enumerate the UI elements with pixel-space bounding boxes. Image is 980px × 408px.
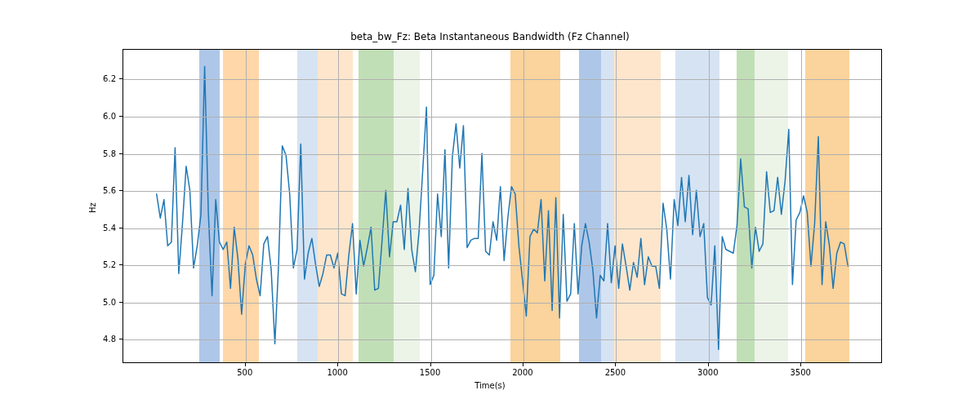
y-tick-label: 4.8 bbox=[98, 335, 116, 344]
x-tick-label: 500 bbox=[237, 368, 252, 377]
x-tick-label: 3000 bbox=[697, 368, 718, 377]
y-tick-label: 5.0 bbox=[98, 297, 116, 306]
x-tick-label: 1500 bbox=[420, 368, 440, 377]
y-tick-mark bbox=[119, 153, 122, 154]
y-tick-mark bbox=[119, 264, 122, 265]
x-tick-mark bbox=[430, 363, 431, 366]
x-tick-mark bbox=[523, 363, 523, 366]
x-tick-label: 3500 bbox=[790, 368, 810, 377]
gridline bbox=[123, 191, 881, 192]
gridline bbox=[431, 50, 432, 362]
plot-area bbox=[122, 49, 882, 363]
y-tick-mark bbox=[119, 339, 122, 339]
x-tick-mark bbox=[337, 363, 338, 366]
x-tick-label: 2000 bbox=[512, 368, 532, 377]
gridline bbox=[123, 228, 881, 229]
gridline bbox=[523, 50, 524, 362]
x-tick-label: 2500 bbox=[605, 368, 626, 377]
gridline bbox=[616, 50, 617, 362]
gridline bbox=[123, 303, 881, 304]
line-series bbox=[123, 50, 881, 362]
x-tick-mark bbox=[245, 363, 246, 366]
chart-title: beta_bw_Fz: Beta Instantaneous Bandwidth… bbox=[0, 31, 980, 42]
y-tick-label: 5.4 bbox=[98, 223, 116, 232]
gridline bbox=[123, 117, 881, 118]
y-axis-label: Hz bbox=[88, 202, 97, 213]
x-tick-label: 1000 bbox=[327, 368, 347, 377]
y-tick-mark bbox=[119, 78, 122, 79]
y-tick-label: 6.2 bbox=[98, 74, 116, 83]
gridline bbox=[709, 50, 710, 362]
y-tick-label: 5.2 bbox=[98, 260, 116, 269]
x-tick-mark bbox=[615, 363, 616, 366]
gridline bbox=[123, 265, 881, 266]
y-tick-mark bbox=[119, 116, 122, 117]
y-tick-mark bbox=[119, 190, 122, 191]
x-tick-mark bbox=[708, 363, 709, 366]
figure: beta_bw_Fz: Beta Instantaneous Bandwidth… bbox=[0, 0, 980, 408]
y-tick-label: 5.6 bbox=[98, 186, 116, 195]
gridline bbox=[246, 50, 247, 362]
y-tick-mark bbox=[119, 302, 122, 303]
gridline bbox=[123, 154, 881, 155]
gridline bbox=[801, 50, 802, 362]
x-axis-label: Time(s) bbox=[0, 381, 980, 390]
y-tick-mark bbox=[119, 228, 122, 228]
y-tick-label: 5.8 bbox=[98, 149, 116, 157]
gridline bbox=[123, 339, 881, 340]
x-tick-mark bbox=[800, 363, 801, 366]
gridline bbox=[338, 50, 339, 362]
y-tick-label: 6.0 bbox=[98, 112, 116, 121]
gridline bbox=[123, 79, 881, 80]
